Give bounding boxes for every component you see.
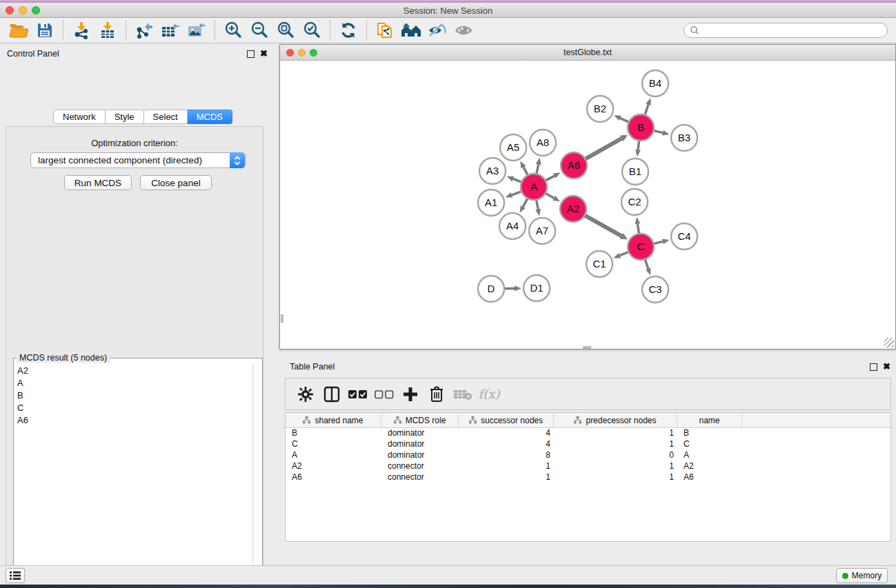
table-row[interactable]: A2connector11A2 xyxy=(286,461,890,472)
result-scrollbar[interactable] xyxy=(252,364,261,588)
zoom-in-icon[interactable] xyxy=(221,20,245,41)
add-column-icon[interactable] xyxy=(397,384,424,405)
cell-MCDS-role[interactable]: connector xyxy=(381,461,459,472)
graph-node-B1[interactable]: B1 xyxy=(622,159,648,185)
network-canvas[interactable]: B4B2BB3A5A8A6A3B1AA1C2A2A4A7C4CC1DD1C3 xyxy=(281,61,895,349)
open-file-icon[interactable] xyxy=(7,20,30,41)
gear-icon[interactable] xyxy=(292,384,319,405)
run-mcds-button[interactable]: Run MCDS xyxy=(64,175,132,190)
graph-node-C[interactable]: C xyxy=(628,234,654,260)
cell-shared-name[interactable]: B xyxy=(286,428,381,439)
graph-node-C1[interactable]: C1 xyxy=(586,251,613,277)
zoom-fit-icon[interactable] xyxy=(274,20,297,41)
network-window-titlebar[interactable]: testGlobe.txt xyxy=(280,45,895,61)
graph-node-B4[interactable]: B4 xyxy=(642,70,668,97)
tab-network[interactable]: Network xyxy=(53,110,106,124)
duplicate-network-icon[interactable] xyxy=(373,20,397,41)
graph-node-D1[interactable]: D1 xyxy=(524,275,550,301)
cell-predecessor-nodes[interactable]: 0 xyxy=(554,450,677,461)
float-panel-icon[interactable] xyxy=(247,50,255,58)
graph-node-A7[interactable]: A7 xyxy=(529,218,555,244)
select-all-icon[interactable] xyxy=(345,384,371,405)
graph-node-C3[interactable]: C3 xyxy=(642,276,668,303)
show-all-icon[interactable] xyxy=(452,20,475,41)
search-input[interactable] xyxy=(699,26,882,35)
export-network-icon[interactable] xyxy=(132,20,156,41)
mcds-result-item[interactable]: A xyxy=(14,376,252,389)
cell-shared-name[interactable]: A2 xyxy=(286,461,381,472)
cell-predecessor-nodes[interactable]: 1 xyxy=(554,428,677,439)
tab-select[interactable]: Select xyxy=(144,110,188,124)
graph-node-C4[interactable]: C4 xyxy=(671,223,697,250)
import-network-icon[interactable] xyxy=(70,20,93,41)
save-session-icon[interactable] xyxy=(33,20,57,41)
cell-successor-nodes[interactable]: 1 xyxy=(459,472,554,483)
graph-node-C2[interactable]: C2 xyxy=(621,189,648,215)
export-table-icon[interactable] xyxy=(159,20,182,41)
graph-node-B[interactable]: B xyxy=(628,114,654,141)
close-panel-icon[interactable]: ✖ xyxy=(260,49,268,59)
column-header-name[interactable]: name xyxy=(677,413,742,427)
graph-node-D[interactable]: D xyxy=(478,276,504,302)
mcds-result-item[interactable]: A2 xyxy=(14,364,252,376)
graph-node-A[interactable]: A xyxy=(521,174,547,200)
column-header-MCDS-role[interactable]: MCDS role xyxy=(381,413,459,427)
zoom-out-icon[interactable] xyxy=(248,20,271,41)
show-panels-button[interactable] xyxy=(6,568,25,583)
table-row[interactable]: A6connector11A6 xyxy=(286,472,890,483)
deselect-all-icon[interactable] xyxy=(371,384,397,405)
tab-style[interactable]: Style xyxy=(106,110,144,124)
window-resize-grip[interactable] xyxy=(884,338,894,347)
zoom-selected-icon[interactable] xyxy=(300,20,323,41)
table-row[interactable]: Bdominator41B xyxy=(286,428,890,439)
cell-name[interactable]: B xyxy=(677,428,742,439)
cell-predecessor-nodes[interactable]: 1 xyxy=(554,439,677,450)
graph-node-A6[interactable]: A6 xyxy=(561,152,587,179)
mcds-result-item[interactable]: B xyxy=(14,389,252,401)
table-row[interactable]: Cdominator41C xyxy=(286,439,890,450)
tab-mcds[interactable]: MCDS xyxy=(188,110,232,124)
mcds-result-item[interactable]: C xyxy=(14,401,252,414)
graph-node-A3[interactable]: A3 xyxy=(479,158,506,184)
graph-node-B2[interactable]: B2 xyxy=(587,96,613,122)
column-header-shared-name[interactable]: shared name xyxy=(286,413,381,427)
graph-node-B3[interactable]: B3 xyxy=(671,125,697,151)
graph-node-A5[interactable]: A5 xyxy=(500,134,526,161)
column-layout-icon[interactable] xyxy=(319,384,345,405)
float-table-panel-icon[interactable] xyxy=(870,363,877,371)
table-row[interactable]: Adominator80A xyxy=(286,450,890,461)
cell-successor-nodes[interactable]: 1 xyxy=(459,461,554,472)
import-table-icon[interactable] xyxy=(96,20,119,41)
cell-MCDS-role[interactable]: dominator xyxy=(381,428,459,439)
cell-name[interactable]: A2 xyxy=(677,461,742,472)
cell-name[interactable]: A6 xyxy=(677,472,742,483)
mcds-result-item[interactable]: A6 xyxy=(14,414,252,426)
close-panel-button[interactable]: Close panel xyxy=(140,175,212,190)
cell-MCDS-role[interactable]: dominator xyxy=(381,439,459,450)
close-table-panel-icon[interactable]: ✖ xyxy=(883,362,890,372)
column-header-successor-nodes[interactable]: successor nodes xyxy=(459,413,554,427)
export-image-icon[interactable] xyxy=(185,20,208,41)
refresh-layout-icon[interactable] xyxy=(337,20,360,41)
graph-node-A8[interactable]: A8 xyxy=(530,130,556,156)
search-field[interactable] xyxy=(684,23,888,38)
graph-node-A2[interactable]: A2 xyxy=(560,196,586,222)
cell-shared-name[interactable]: A6 xyxy=(286,472,381,483)
hide-selected-icon[interactable] xyxy=(426,20,449,41)
cell-successor-nodes[interactable]: 4 xyxy=(459,439,554,450)
cell-MCDS-role[interactable]: connector xyxy=(381,472,459,483)
cell-predecessor-nodes[interactable]: 1 xyxy=(554,461,677,472)
cell-MCDS-role[interactable]: dominator xyxy=(381,450,459,461)
cell-successor-nodes[interactable]: 8 xyxy=(459,450,554,461)
first-neighbors-icon[interactable] xyxy=(399,20,423,41)
graph-node-A1[interactable]: A1 xyxy=(478,190,504,216)
cell-predecessor-nodes[interactable]: 1 xyxy=(554,472,677,483)
mcds-result-list[interactable]: A2ABCA6 xyxy=(14,364,252,588)
memory-button[interactable]: Memory xyxy=(836,568,888,583)
cell-name[interactable]: C xyxy=(677,439,742,450)
optimization-criterion-dropdown[interactable]: largest connected component (directed) xyxy=(30,152,246,168)
delete-column-icon[interactable] xyxy=(424,384,450,405)
cell-name[interactable]: A xyxy=(677,450,742,461)
cell-shared-name[interactable]: C xyxy=(286,439,381,450)
cell-successor-nodes[interactable]: 4 xyxy=(459,428,554,439)
